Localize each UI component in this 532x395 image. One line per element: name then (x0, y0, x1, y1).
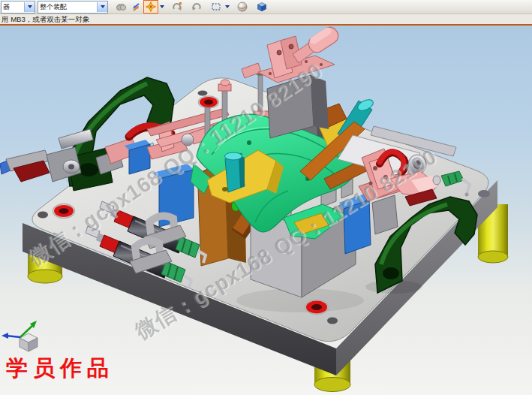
toolbar-icons (113, 0, 269, 14)
snap-preview-icon[interactable] (113, 0, 128, 14)
selection-scope-value: 器 (2, 2, 24, 12)
cad-application-window: 器 整个装配 (0, 0, 532, 395)
solid-box-icon[interactable] (254, 0, 269, 14)
rectangle-select-icon[interactable] (209, 0, 224, 14)
shaded-sphere-icon[interactable] (235, 0, 250, 14)
status-message: 用 MB3，或者双击某一对象 (2, 15, 89, 23)
combo-dropdown-icon[interactable] (24, 2, 35, 12)
combo-dropdown-icon[interactable] (97, 2, 107, 12)
caption-text: 学员作品 (6, 356, 114, 380)
selection-filter-combo[interactable]: 整个装配 (38, 1, 108, 14)
selection-star-dropdown[interactable] (158, 1, 165, 13)
view-triad-icon (2, 321, 38, 351)
model-canvas[interactable]: 微信：gcpx168 QQ：11210 82190 微信：gcpx168 QQ：… (0, 26, 532, 395)
graphics-viewport[interactable]: 微信：gcpx168 QQ：11210 82190 微信：gcpx168 QQ：… (0, 26, 532, 395)
selection-star-icon[interactable] (143, 0, 158, 14)
selection-scope-combo[interactable]: 器 (1, 1, 35, 14)
selection-toolbar: 器 整个装配 (0, 0, 532, 14)
rectangle-select-dropdown[interactable] (224, 1, 230, 13)
selection-filter-value: 整个装配 (38, 2, 97, 12)
orient-arrows-icon[interactable] (128, 0, 143, 14)
redo-arrow-icon[interactable] (189, 0, 204, 14)
undo-arrow-icon[interactable] (170, 0, 185, 14)
status-prompt-bar: 用 MB3，或者双击某一对象 (0, 14, 532, 26)
